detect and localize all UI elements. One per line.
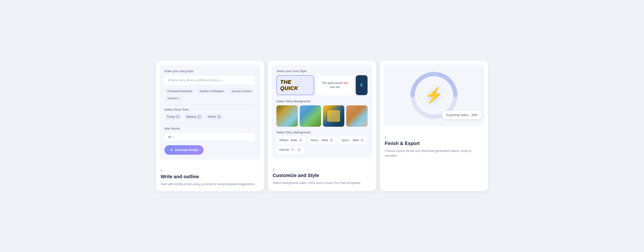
voice-jason-gender: Male	[352, 138, 359, 142]
tag-journey-avion[interactable]: Journey to Avion	[228, 88, 254, 94]
export-progress-badge: Exporting Video... 50%	[442, 111, 482, 119]
bg-label1: Select Story Background	[276, 100, 368, 103]
chip-mystery-label: Mystery	[186, 115, 196, 118]
story-input-field[interactable]: Write a story about a girlfriend drama +	[164, 75, 256, 85]
voice-hannah[interactable]: Hannah - F... ▶	[276, 146, 304, 154]
bg-label2: Select Story Background	[276, 130, 368, 134]
tag-journey-more[interactable]: Journey t...	[164, 96, 184, 101]
chip-funny[interactable]: Funny ✕	[164, 114, 182, 120]
step2-desc: Select background video, voice and a mus…	[273, 180, 371, 186]
card-customize-style: Select your Font Style THE QUICK The qui…	[268, 61, 376, 192]
chip-funny-label: Funny	[167, 115, 175, 118]
voice-henry[interactable]: Henry - Male ▶	[308, 136, 336, 144]
main-container: Enter your story topic Write a story abo…	[156, 61, 488, 192]
font-option-bold[interactable]: THE QUICK	[276, 75, 314, 95]
voice-jason-sep: -	[350, 138, 351, 142]
voice-william[interactable]: William - Male ▶	[276, 136, 306, 144]
step3-num: 3 -	[385, 136, 483, 139]
chip-mystery-remove[interactable]: ✕	[198, 115, 201, 119]
generate-script-label: Generate Script	[175, 148, 198, 152]
generate-script-button[interactable]: ✦ Generate Script	[164, 145, 204, 155]
divider1	[164, 105, 256, 105]
chip-horror-remove[interactable]: ✕	[217, 115, 221, 119]
voice-hannah-play-icon[interactable]: ▶	[297, 148, 301, 152]
max-words-value: 45	[168, 135, 171, 139]
voice-william-play-icon[interactable]: ▶	[298, 138, 303, 142]
font-options-row: THE QUICK The quick brown fox over the E	[276, 75, 368, 95]
chip-mystery[interactable]: Mystery ✕	[184, 114, 204, 120]
font-label: Select your Font Style	[276, 69, 368, 73]
voice-henry-play-icon[interactable]: ▶	[329, 138, 334, 142]
card2-panel: Select your Font Style THE QUICK The qui…	[272, 64, 372, 158]
tone-label: Select Story Tone	[164, 108, 256, 111]
card1-bottom: 1 - Write and outline Start with writing…	[156, 163, 264, 192]
voice-hannah-name: Hannah - F...	[279, 148, 296, 152]
card-write-outline: Enter your story topic Write a story abo…	[156, 61, 264, 192]
font-light-text1: The quick brown	[322, 82, 343, 85]
step3-title: Finish & Export	[385, 141, 483, 146]
card3-bottom: 3 - Finish & Export Choose export format…	[380, 130, 488, 163]
max-words-input[interactable]: 45 +	[164, 133, 256, 142]
voice-henry-gender: -	[320, 138, 320, 142]
font-bold-preview: THE QUICK	[280, 79, 310, 91]
export-progress-text: Exporting Video... 50%	[446, 113, 478, 117]
font-light-highlight: fox	[344, 82, 348, 85]
story-input-text: Write a story about a girlfriend drama	[168, 78, 219, 82]
card2-bottom: 2 - Customize and Style Select backgroun…	[268, 162, 376, 190]
font-light-preview: The quick brown fox over the	[322, 81, 348, 89]
step1-desc: Start with writing script using a prompt…	[161, 182, 259, 187]
input-plus-icon: +	[220, 78, 222, 82]
bg-img-2[interactable]	[300, 105, 321, 127]
bg-img-4-preview	[346, 105, 368, 127]
voice-jason-name: Jason	[341, 138, 349, 142]
bg-img-4[interactable]	[346, 105, 368, 127]
lightning-bolt-icon: ⚡	[424, 86, 444, 104]
tone-chips-row: Funny ✕ Mystery ✕ Horror ✕	[164, 114, 256, 120]
voice-jason[interactable]: Jason - Male ▶	[338, 136, 367, 144]
font-option-light[interactable]: The quick brown fox over the	[316, 75, 353, 95]
generate-spark-icon: ✦	[170, 148, 173, 152]
step3-desc: Choose export format and download genera…	[385, 148, 483, 158]
chip-horror-label: Horror	[208, 115, 216, 118]
font-option-dark[interactable]: E	[356, 75, 368, 95]
bg-img-1[interactable]	[276, 105, 298, 127]
step2-title: Customize and Style	[273, 173, 371, 178]
voice-jason-play-icon[interactable]: ▶	[360, 138, 364, 142]
bg-img-3[interactable]	[323, 105, 344, 127]
tag-garden[interactable]: Garden of Whispers	[197, 88, 226, 94]
step2-num: 2 -	[273, 168, 371, 171]
tag-clockwork[interactable]: Clockwork Detective	[164, 88, 195, 94]
max-words-plus-icon: +	[172, 135, 174, 138]
voice-henry-name: Henry	[310, 138, 318, 142]
max-words-label: Max Words	[164, 127, 256, 130]
card-finish-export: ⚡ Exporting Video... 50% 3 - Finish & Ex…	[380, 61, 488, 192]
step1-title: Write and outline	[161, 174, 259, 180]
chip-horror[interactable]: Horror ✕	[206, 114, 223, 120]
font-dark-indicator: E	[360, 83, 363, 87]
voice-william-name: William - Male	[279, 138, 297, 142]
voice-henry-gender-label: Male	[322, 138, 328, 142]
chip-funny-remove[interactable]: ✕	[176, 115, 180, 119]
card3-panel: ⚡ Exporting Video... 50%	[384, 64, 484, 126]
step1-num: 1 -	[161, 169, 259, 172]
suggestion-tags-row: Clockwork Detective Garden of Whispers J…	[164, 88, 256, 101]
bg-images-row	[276, 105, 368, 127]
bg-img-2-preview	[300, 105, 321, 127]
bg-img-3-preview	[323, 105, 344, 127]
story-topic-label: Enter your story topic	[164, 69, 256, 73]
card1-panel: Enter your story topic Write a story abo…	[160, 64, 260, 160]
bg-img-1-preview	[276, 105, 298, 127]
font-light-text2: over the	[330, 86, 340, 89]
voice-row: William - Male ▶ Henry - Male ▶ Jason - …	[276, 136, 368, 154]
